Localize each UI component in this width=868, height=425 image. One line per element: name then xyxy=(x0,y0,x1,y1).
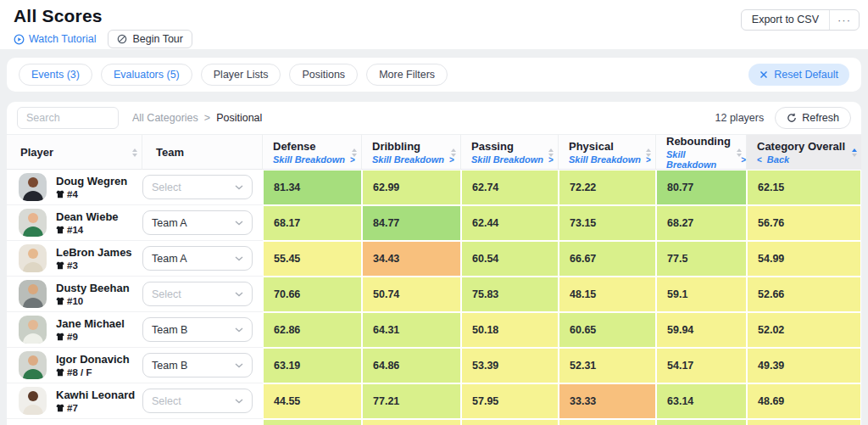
back-link[interactable]: <Back xyxy=(757,154,861,165)
team-select[interactable]: Team B xyxy=(142,317,253,342)
filter-pill-evaluators[interactable]: Evaluators (5) xyxy=(101,64,192,86)
sort-icon[interactable] xyxy=(451,148,456,157)
column-header-rebounding: Rebounding Skill Breakdown> xyxy=(656,135,747,170)
player-name: Dusty Beehan xyxy=(56,282,130,294)
player-number: #7 xyxy=(56,403,135,413)
scores-card: All Categories > Positional 12 players R… xyxy=(7,102,861,425)
score-cell: 44.55 xyxy=(264,384,361,418)
score-cell: 72.22 xyxy=(559,171,655,204)
avatar xyxy=(19,280,47,308)
score-cell: 57.95 xyxy=(462,384,558,418)
score-cell: 54.99 xyxy=(748,242,860,276)
table-row: Dusty Beehan #10 Select 70.66 50.74 75.8… xyxy=(7,277,861,312)
sort-icon[interactable] xyxy=(646,148,651,157)
player-cell[interactable]: Igor Donavich #8 / F xyxy=(7,348,142,383)
table-row: Doug Wegren #4 Select 81.34 62.99 62.74 … xyxy=(7,170,861,205)
table-row: Jane Michael #9 Team B 62.86 64.31 50.18… xyxy=(7,312,861,348)
player-cell[interactable]: Kawhi Leonard #7 xyxy=(7,383,142,419)
player-number: #8 / F xyxy=(56,367,130,377)
sort-icon[interactable] xyxy=(132,148,137,157)
score-cell: 64.31 xyxy=(363,313,460,347)
player-count: 12 players xyxy=(715,112,765,124)
filter-pill-events[interactable]: Events (3) xyxy=(19,64,92,86)
begin-tour-button[interactable]: Begin Tour xyxy=(108,30,192,48)
score-cell xyxy=(657,420,746,425)
skill-breakdown-link[interactable]: Skill Breakdown> xyxy=(273,154,361,165)
score-cell: 48.15 xyxy=(559,277,655,311)
player-number: #4 xyxy=(56,189,127,199)
score-cell: 81.34 xyxy=(264,171,361,204)
refresh-icon xyxy=(787,113,797,123)
team-select[interactable]: Team B xyxy=(142,353,253,377)
player-cell[interactable]: Doug Wegren #4 xyxy=(7,170,142,205)
chevron-down-icon xyxy=(235,221,243,226)
score-cell xyxy=(559,420,655,425)
score-cell: 84.77 xyxy=(363,206,460,240)
sort-icon[interactable] xyxy=(852,148,857,157)
breadcrumb: All Categories > Positional xyxy=(132,112,262,124)
score-cell: 54.17 xyxy=(657,349,746,383)
team-select[interactable]: Team A xyxy=(142,210,253,235)
score-cell: 48.69 xyxy=(748,384,860,418)
skill-breakdown-link[interactable]: Skill Breakdown> xyxy=(666,149,746,170)
skill-breakdown-link[interactable]: Skill Breakdown> xyxy=(471,154,558,165)
team-select[interactable]: Select xyxy=(142,389,253,413)
score-cell: 52.31 xyxy=(559,349,655,383)
team-select[interactable]: Team A xyxy=(142,246,253,271)
breadcrumb-all-categories[interactable]: All Categories xyxy=(132,112,198,124)
score-cell xyxy=(748,420,860,425)
jersey-icon xyxy=(56,226,64,234)
column-header-category-overall: Category Overall <Back xyxy=(747,135,861,170)
search-input[interactable] xyxy=(17,107,119,129)
score-cell: 62.86 xyxy=(264,313,361,347)
score-cell: 63.14 xyxy=(657,384,746,418)
play-circle-icon xyxy=(14,34,25,45)
more-options-button[interactable]: ··· xyxy=(829,10,859,30)
watch-tutorial-link[interactable]: Watch Tutorial xyxy=(14,33,96,45)
skill-breakdown-link[interactable]: Skill Breakdown> xyxy=(372,154,460,165)
skill-breakdown-link[interactable]: Skill Breakdown> xyxy=(569,154,655,165)
team-select[interactable]: Select xyxy=(142,282,253,306)
avatar xyxy=(19,244,47,272)
score-cell: 33.33 xyxy=(559,384,655,418)
table-row: Igor Donavich #8 / F Team B 63.19 64.86 … xyxy=(7,348,861,383)
jersey-icon xyxy=(56,368,64,377)
refresh-button[interactable]: Refresh xyxy=(775,107,851,129)
filter-pill-positions[interactable]: Positions xyxy=(289,64,358,86)
chevron-right-icon: > xyxy=(741,155,746,165)
table-header-row: Player Team Defense Skill Breakdown> Dri… xyxy=(7,134,861,170)
score-cell: 77.21 xyxy=(363,384,460,418)
player-name: Kawhi Leonard xyxy=(56,389,135,401)
team-select[interactable]: Select xyxy=(142,175,253,199)
player-cell[interactable]: Dean Wiebe #14 xyxy=(7,205,142,241)
score-cell: 68.17 xyxy=(264,206,361,240)
filter-pill-player-lists[interactable]: Player Lists xyxy=(201,64,281,86)
player-name: Igor Donavich xyxy=(56,353,130,366)
sort-icon[interactable] xyxy=(352,148,357,157)
column-header-defense: Defense Skill Breakdown> xyxy=(263,135,362,170)
chevron-down-icon xyxy=(235,292,243,297)
filter-bar: Events (3) Evaluators (5) Player Lists P… xyxy=(7,58,861,92)
export-csv-button[interactable]: Export to CSV xyxy=(742,10,829,30)
player-number: #14 xyxy=(56,225,119,235)
table-toolbar: All Categories > Positional 12 players R… xyxy=(7,102,861,134)
sort-icon[interactable] xyxy=(737,148,742,157)
score-cell: 62.44 xyxy=(462,206,558,240)
player-cell[interactable]: LeBron James #3 xyxy=(7,241,142,277)
filter-pill-more-filters[interactable]: More Filters xyxy=(366,64,448,86)
score-cell: 64.86 xyxy=(363,349,460,383)
avatar xyxy=(19,173,47,201)
score-cell: 63.19 xyxy=(264,349,361,383)
player-cell[interactable]: Jane Michael #9 xyxy=(7,312,142,348)
reset-default-button[interactable]: Reset Default xyxy=(748,64,849,86)
avatar xyxy=(19,387,47,415)
sort-icon[interactable] xyxy=(548,148,554,157)
player-cell[interactable]: Dusty Beehan #10 xyxy=(7,277,142,312)
chevron-down-icon xyxy=(235,327,243,333)
chevron-left-icon: < xyxy=(757,155,762,165)
jersey-icon xyxy=(56,261,64,270)
score-cell: 59.94 xyxy=(657,313,746,347)
score-cell: 80.77 xyxy=(657,171,746,204)
chevron-down-icon xyxy=(235,363,243,368)
avatar xyxy=(19,316,47,344)
